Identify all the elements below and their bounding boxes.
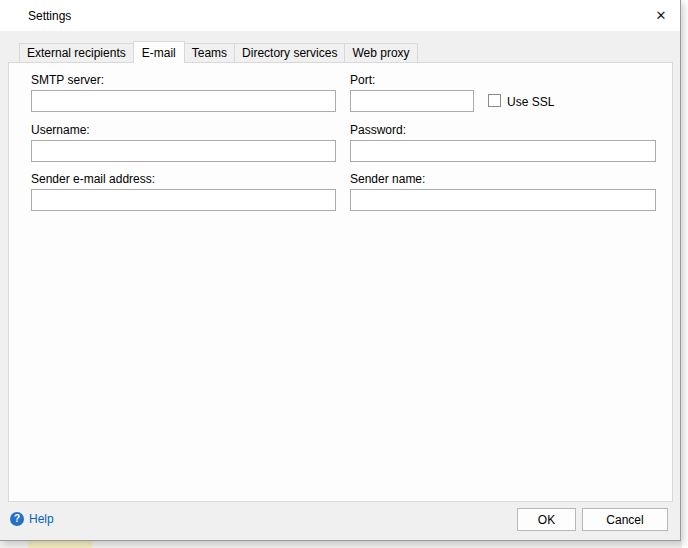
cancel-button[interactable]: Cancel (582, 508, 668, 531)
help-icon: ? (10, 512, 24, 526)
background-highlight-block (28, 541, 92, 548)
port-label: Port: (350, 74, 375, 87)
close-icon[interactable]: ✕ (651, 6, 671, 26)
tab-web-proxy[interactable]: Web proxy (344, 43, 417, 62)
username-input[interactable] (31, 140, 336, 162)
background-window-bottom-strip (0, 541, 682, 548)
sender-name-label: Sender name: (350, 173, 425, 186)
sender-email-label: Sender e-mail address: (31, 173, 155, 186)
tab-directory-services[interactable]: Directory services (234, 43, 345, 62)
help-link-label: Help (29, 512, 54, 526)
smtp-server-input[interactable] (31, 90, 336, 112)
port-input[interactable] (350, 90, 474, 112)
use-ssl-label[interactable]: Use SSL (507, 95, 554, 109)
title-bar: Settings ✕ (0, 0, 680, 31)
email-tab-page: SMTP server: Port: Use SSL Username: Pas… (8, 62, 673, 502)
help-link[interactable]: ? Help (10, 511, 54, 527)
settings-dialog: Settings ✕ External recipients E-mail Te… (0, 0, 681, 541)
use-ssl-checkbox[interactable] (488, 94, 501, 107)
tab-external-recipients[interactable]: External recipients (19, 43, 134, 62)
tab-strip: External recipients E-mail Teams Directo… (19, 40, 418, 62)
smtp-server-label: SMTP server: (31, 74, 104, 87)
background-window-right-strip: n o a l h (680, 0, 688, 548)
username-label: Username: (31, 124, 90, 137)
sender-name-input[interactable] (350, 189, 656, 211)
tab-teams[interactable]: Teams (184, 43, 235, 62)
tab-e-mail[interactable]: E-mail (133, 41, 185, 63)
password-label: Password: (350, 124, 406, 137)
password-input[interactable] (350, 140, 656, 162)
sender-email-input[interactable] (31, 189, 336, 211)
ok-button[interactable]: OK (517, 508, 576, 531)
dialog-title: Settings (28, 9, 71, 23)
